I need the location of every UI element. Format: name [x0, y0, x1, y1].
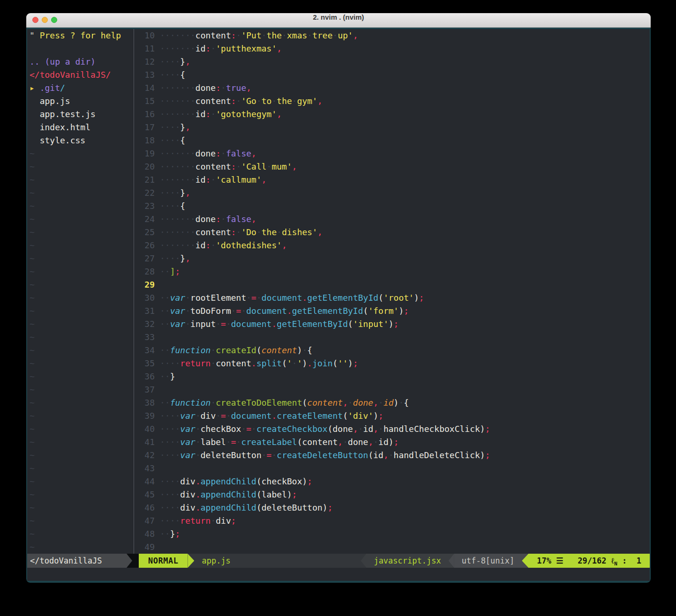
code-line-17[interactable]: 17····}, [134, 121, 650, 134]
tilde-row: ~ [27, 383, 134, 396]
code-line-37[interactable]: 37 [134, 383, 650, 396]
tree-root[interactable]: </todoVanillaJS/ [27, 68, 134, 82]
code-line-14[interactable]: 14·······done:·true, [134, 82, 650, 95]
tree-file-app-js[interactable]: app.js [27, 95, 134, 108]
token-p: : [216, 214, 221, 224]
token-f: split [256, 358, 282, 368]
code-line-19[interactable]: 19·······done:·false, [134, 147, 650, 160]
token-tl: ~ [30, 240, 35, 250]
tilde-row: ~ [27, 265, 134, 278]
token-ns: / [60, 83, 65, 93]
token-tl: ~ [30, 201, 35, 211]
tree-dir-git[interactable]: ▸ .git/ [27, 82, 134, 95]
code-line-20[interactable]: 20·······content:·'Call·mum', [134, 160, 650, 173]
tree-updir[interactable]: .. (up a dir) [27, 55, 134, 68]
code-line-22[interactable]: 22····}, [134, 186, 650, 200]
token-w: · [262, 30, 267, 40]
code-line-47[interactable]: 47····return·div; [134, 514, 650, 527]
token-k: var [180, 411, 195, 421]
code-line-27[interactable]: 27····}, [134, 252, 650, 265]
token-s: the [267, 30, 282, 40]
nvim-screen: " Press ? for help.. (up a dir)</todoVan… [26, 28, 651, 583]
code-line-35[interactable]: 35····return·content.split('·').join('')… [134, 357, 650, 370]
code-line-39[interactable]: 39····var·div·=·document.createElement('… [134, 409, 650, 423]
token-w: ······· [160, 109, 195, 119]
token-t: ) [389, 319, 394, 329]
code-line-33[interactable]: 33 [134, 331, 650, 344]
code-line-15[interactable]: 15·······content:·'Go·to·the·gym', [134, 95, 650, 108]
code-line-42[interactable]: 42····var·deleteButton·=·createDeleteBut… [134, 449, 650, 462]
token-p: , [338, 437, 343, 447]
code-line-44[interactable]: 44····div.appendChild(checkBox); [134, 475, 650, 488]
token-t: ) [302, 476, 307, 486]
code-line-24[interactable]: 24·······done:·false, [134, 213, 650, 226]
token-b: true [226, 83, 246, 93]
code-line-38[interactable]: 38··function·createToDoElement(content,·… [134, 396, 650, 409]
line-number-icon: N [614, 561, 617, 567]
code-line-43[interactable]: 43 [134, 462, 650, 475]
line-number: 23 [134, 200, 155, 213]
tree-file-app-test-js[interactable]: app.test.js [27, 108, 134, 121]
token-p: , [317, 227, 323, 237]
token-p: ; [307, 476, 312, 486]
token-tl: ~ [30, 424, 35, 434]
token-k: var [170, 319, 186, 329]
code-line-45[interactable]: 45····div.appendChild(label); [134, 488, 650, 501]
editor-pane[interactable]: 10·······content:·'Put·the·xmas·tree·up'… [134, 29, 650, 554]
window-titlebar[interactable]: 2. nvim . (nvim) [26, 13, 651, 28]
code-line-29[interactable]: 29 [134, 278, 650, 291]
token-t: id [195, 44, 206, 53]
tree-file-index-html[interactable]: index.html [27, 121, 134, 134]
tilde-row: ~ [27, 527, 134, 541]
token-w: · [307, 30, 312, 40]
tilde-row: ~ [27, 436, 134, 449]
token-p: , [185, 57, 190, 67]
code-line-49[interactable]: 49 [134, 541, 650, 554]
code-line-26[interactable]: 26·······id:·'dothedishes', [134, 239, 650, 252]
line-number: 22 [134, 186, 155, 200]
token-w: · [256, 227, 262, 237]
code-line-13[interactable]: 13····{ [134, 68, 650, 82]
code-line-11[interactable]: 11·······id:·'putthexmas', [134, 42, 650, 55]
token-tl: ~ [30, 214, 35, 224]
code-line-23[interactable]: 23····{ [134, 200, 650, 213]
token-w: · [241, 306, 246, 316]
command-line[interactable] [27, 568, 650, 581]
token-t: ) [323, 503, 328, 512]
code-line-30[interactable]: 30··var·rootElement·=·document.getElemen… [134, 291, 650, 304]
code-line-10[interactable]: 10·······content:·'Put·the·xmas·tree·up'… [134, 29, 650, 42]
code-line-48[interactable]: 48··}; [134, 527, 650, 541]
token-s: 'Go [241, 96, 256, 106]
code-line-40[interactable]: 40····var·checkBox·=·createCheckbox(done… [134, 423, 650, 436]
token-t: deleteButton [262, 503, 323, 512]
tilde-row: ~ [27, 475, 134, 488]
code-line-21[interactable]: 21·······id:·'callmum', [134, 173, 650, 186]
code-line-41[interactable]: 41····var·label·=·createLabel(content,·d… [134, 436, 650, 449]
code-line-32[interactable]: 32··var·input·=·document.getElementById(… [134, 318, 650, 331]
code-line-25[interactable]: 25·······content:·'Do·the·dishes', [134, 226, 650, 239]
tree-file-style-css[interactable]: style.css [27, 134, 134, 147]
line-number: 16 [134, 108, 155, 121]
token-w: · [185, 306, 190, 316]
code-line-16[interactable]: 16·······id:·'gotothegym', [134, 108, 650, 121]
token-tl: ~ [30, 503, 35, 512]
token-t: checkBox [262, 476, 302, 486]
token-w: · [398, 398, 404, 408]
token-t: ( [302, 398, 307, 408]
code-line-34[interactable]: 34··function·createId(content)·{ [134, 344, 650, 357]
code-line-31[interactable]: 31··var·toDoForm·=·document.getElementBy… [134, 304, 650, 318]
code-line-18[interactable]: 18····{ [134, 134, 650, 147]
token-p: , [277, 44, 282, 53]
token-t: ) [480, 450, 485, 460]
code-line-46[interactable]: 46····div.appendChild(deleteButton); [134, 501, 650, 514]
token-w: · [241, 424, 246, 434]
tilde-row: ~ [27, 514, 134, 527]
code-line-28[interactable]: 28··]; [134, 265, 650, 278]
code-line-36[interactable]: 36··} [134, 370, 650, 383]
token-w: · [216, 319, 221, 329]
code-line-12[interactable]: 12····}, [134, 55, 650, 68]
token-tl: ~ [30, 476, 35, 486]
token-t: input [190, 319, 216, 329]
token-p: = [221, 319, 226, 329]
tilde-row: ~ [27, 449, 134, 462]
